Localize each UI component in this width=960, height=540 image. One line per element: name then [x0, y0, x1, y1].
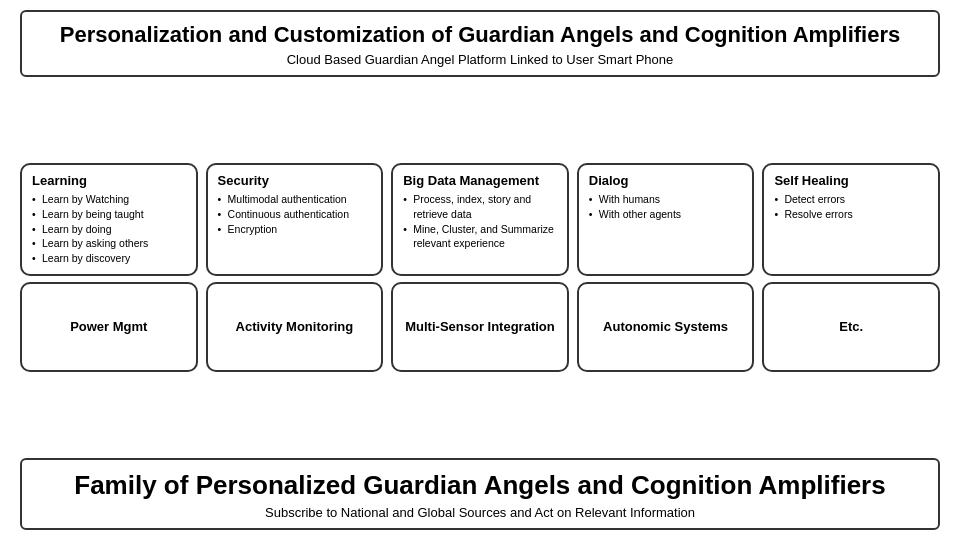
- card-etc: Etc.: [762, 282, 940, 372]
- list-item: Mine, Cluster, and Summarize relevant ex…: [403, 222, 557, 251]
- list-item: With humans: [589, 192, 743, 207]
- card-selfhealing: Self Healing Detect errors Resolve error…: [762, 163, 940, 275]
- card-dialog: Dialog With humans With other agents: [577, 163, 755, 275]
- card-powermgmt: Power Mgmt: [20, 282, 198, 372]
- list-item: With other agents: [589, 207, 743, 222]
- card-bigdata-title: Big Data Management: [403, 173, 557, 188]
- card-dialog-list: With humans With other agents: [589, 192, 743, 221]
- card-multisensor-title: Multi-Sensor Integration: [405, 319, 555, 334]
- list-item: Resolve errors: [774, 207, 928, 222]
- list-item: Learn by discovery: [32, 251, 186, 266]
- cards-row-1: Learning Learn by Watching Learn by bein…: [20, 163, 940, 275]
- card-learning: Learning Learn by Watching Learn by bein…: [20, 163, 198, 275]
- list-item: Encryption: [218, 222, 372, 237]
- card-autonomic-title: Autonomic Systems: [603, 319, 728, 334]
- list-item: Learn by being taught: [32, 207, 186, 222]
- top-section: Personalization and Customization of Gua…: [20, 10, 940, 77]
- card-learning-list: Learn by Watching Learn by being taught …: [32, 192, 186, 265]
- list-item: Multimodal authentication: [218, 192, 372, 207]
- card-bigdata: Big Data Management Process, index, stor…: [391, 163, 569, 275]
- card-etc-title: Etc.: [839, 319, 863, 334]
- bottom-subtitle: Subscribe to National and Global Sources…: [42, 505, 918, 520]
- card-security-title: Security: [218, 173, 372, 188]
- card-learning-title: Learning: [32, 173, 186, 188]
- list-item: Learn by Watching: [32, 192, 186, 207]
- cards-row-2: Power Mgmt Activity Monitoring Multi-Sen…: [20, 282, 940, 372]
- top-subtitle: Cloud Based Guardian Angel Platform Link…: [42, 52, 918, 67]
- card-dialog-title: Dialog: [589, 173, 743, 188]
- card-bigdata-list: Process, index, story and retrieve data …: [403, 192, 557, 251]
- card-activitymonitoring: Activity Monitoring: [206, 282, 384, 372]
- card-powermgmt-title: Power Mgmt: [70, 319, 147, 334]
- cards-section: Learning Learn by Watching Learn by bein…: [20, 163, 940, 371]
- top-main-title: Personalization and Customization of Gua…: [42, 22, 918, 48]
- card-autonomic: Autonomic Systems: [577, 282, 755, 372]
- card-security: Security Multimodal authentication Conti…: [206, 163, 384, 275]
- list-item: Continuous authentication: [218, 207, 372, 222]
- list-item: Learn by asking others: [32, 236, 186, 251]
- bottom-main-title: Family of Personalized Guardian Angels a…: [42, 470, 918, 501]
- list-item: Process, index, story and retrieve data: [403, 192, 557, 221]
- card-activitymonitoring-title: Activity Monitoring: [236, 319, 354, 334]
- bottom-section: Family of Personalized Guardian Angels a…: [20, 458, 940, 530]
- card-selfhealing-list: Detect errors Resolve errors: [774, 192, 928, 221]
- card-selfhealing-title: Self Healing: [774, 173, 928, 188]
- card-security-list: Multimodal authentication Continuous aut…: [218, 192, 372, 236]
- list-item: Detect errors: [774, 192, 928, 207]
- list-item: Learn by doing: [32, 222, 186, 237]
- card-multisensor: Multi-Sensor Integration: [391, 282, 569, 372]
